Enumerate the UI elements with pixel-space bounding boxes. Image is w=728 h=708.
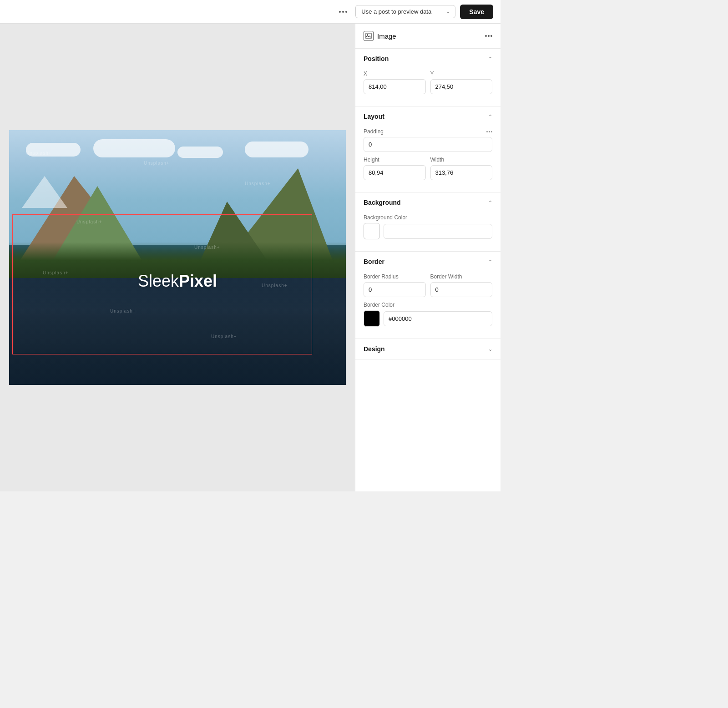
border-color-field: Border Color (364, 302, 492, 327)
border-title: Border (364, 258, 384, 265)
height-label: Height (364, 157, 426, 163)
border-section: Border ⌃ Border Radius Border Width Bord… (355, 252, 500, 339)
hdot3 (490, 35, 492, 37)
bg-color-label: Background Color (364, 214, 492, 221)
hdot2 (488, 35, 490, 37)
x-label: X (364, 71, 426, 77)
padding-input[interactable] (364, 137, 492, 152)
image-icon (364, 31, 374, 41)
background-section-body: Background Color (355, 212, 500, 251)
topbar: Use a post to preview data ⌄ Save (0, 0, 500, 24)
design-title: Design (364, 345, 385, 353)
preview-select-text: Use a post to preview data (361, 8, 442, 15)
canvas-area[interactable]: Unsplash+ Unsplash+ Unsplash+ Unsplash+ … (0, 24, 355, 491)
border-color-row (364, 310, 492, 327)
layout-section-header[interactable]: Layout ⌃ (355, 106, 500, 126)
image-frame[interactable]: Unsplash+ Unsplash+ Unsplash+ Unsplash+ … (9, 130, 346, 385)
border-radius-width-row: Border Radius Border Width (364, 273, 492, 297)
chevron-down-icon: ⌄ (446, 9, 450, 14)
border-width-input[interactable] (430, 282, 493, 297)
height-input[interactable] (364, 165, 426, 180)
panel-title: Image (377, 32, 481, 40)
pdot2 (489, 131, 490, 132)
more-options-button[interactable] (335, 9, 351, 15)
padding-more-button[interactable] (486, 131, 492, 132)
border-radius-field-group: Border Radius (364, 273, 426, 297)
border-radius-input[interactable] (364, 282, 426, 297)
design-section: Design ⌄ (355, 339, 500, 359)
right-panel: Image Position ⌃ X Y (355, 24, 500, 491)
layout-title: Layout (364, 113, 384, 120)
border-color-swatch[interactable] (364, 310, 380, 327)
image-svg-icon (365, 33, 372, 39)
width-input[interactable] (430, 165, 493, 180)
brand-text-overlay: SleekPixel (138, 272, 217, 291)
width-label: Width (430, 157, 493, 163)
pdot3 (491, 131, 492, 132)
position-title: Position (364, 55, 389, 62)
main-content: Unsplash+ Unsplash+ Unsplash+ Unsplash+ … (0, 24, 500, 491)
save-button[interactable]: Save (460, 5, 493, 19)
layout-section-body: Padding Height Widt (355, 126, 500, 192)
position-section-body: X Y (355, 69, 500, 106)
border-section-header[interactable]: Border ⌃ (355, 252, 500, 272)
border-chevron-up-icon: ⌃ (488, 259, 492, 265)
background-title: Background (364, 199, 401, 206)
background-section: Background ⌃ Background Color (355, 192, 500, 252)
border-radius-label: Border Radius (364, 273, 426, 280)
padding-field: Padding (364, 128, 492, 152)
height-field-group: Height (364, 157, 426, 180)
border-section-body: Border Radius Border Width Border Color (355, 272, 500, 339)
width-field-group: Width (430, 157, 493, 180)
pdot1 (486, 131, 488, 132)
preview-data-select[interactable]: Use a post to preview data ⌄ (355, 5, 455, 18)
bg-color-swatch[interactable] (364, 223, 380, 239)
dot2 (342, 11, 344, 13)
layout-section: Layout ⌃ Padding (355, 106, 500, 192)
padding-label-row: Padding (364, 128, 492, 135)
mountain-image: Unsplash+ Unsplash+ Unsplash+ Unsplash+ … (9, 130, 346, 385)
svg-point-1 (367, 34, 368, 35)
background-section-header[interactable]: Background ⌃ (355, 192, 500, 212)
svg-rect-0 (366, 33, 371, 39)
padding-label: Padding (364, 128, 384, 135)
design-section-header[interactable]: Design ⌄ (355, 339, 500, 359)
x-input[interactable] (364, 79, 426, 94)
border-width-label: Border Width (430, 273, 493, 280)
y-input[interactable] (430, 79, 493, 94)
x-field-group: X (364, 71, 426, 94)
brand-name-normal: Sleek (138, 272, 179, 290)
panel-header: Image (355, 24, 500, 49)
bg-color-row (364, 223, 492, 239)
panel-header-more[interactable] (485, 35, 492, 37)
dot3 (345, 11, 347, 13)
cloud2 (93, 139, 175, 157)
brand-name-bold: Pixel (179, 272, 217, 290)
layout-chevron-up-icon: ⌃ (488, 114, 492, 120)
bg-color-field: Background Color (364, 214, 492, 239)
dot1 (339, 11, 341, 13)
y-field-group: Y (430, 71, 493, 94)
cloud4 (245, 142, 308, 157)
border-color-input[interactable] (384, 311, 492, 326)
water-reflection (9, 278, 346, 385)
border-color-label: Border Color (364, 302, 492, 308)
design-chevron-down-icon: ⌄ (488, 346, 492, 352)
y-label: Y (430, 71, 493, 77)
background-chevron-up-icon: ⌃ (488, 200, 492, 206)
position-xy-row: X Y (364, 71, 492, 94)
cloud3 (177, 147, 223, 158)
position-section: Position ⌃ X Y (355, 49, 500, 106)
position-section-header[interactable]: Position ⌃ (355, 49, 500, 69)
height-width-row: Height Width (364, 157, 492, 180)
border-width-field-group: Border Width (430, 273, 493, 297)
hdot1 (485, 35, 487, 37)
position-chevron-up-icon: ⌃ (488, 56, 492, 62)
bg-color-input[interactable] (384, 224, 492, 239)
cloud1 (26, 143, 81, 157)
